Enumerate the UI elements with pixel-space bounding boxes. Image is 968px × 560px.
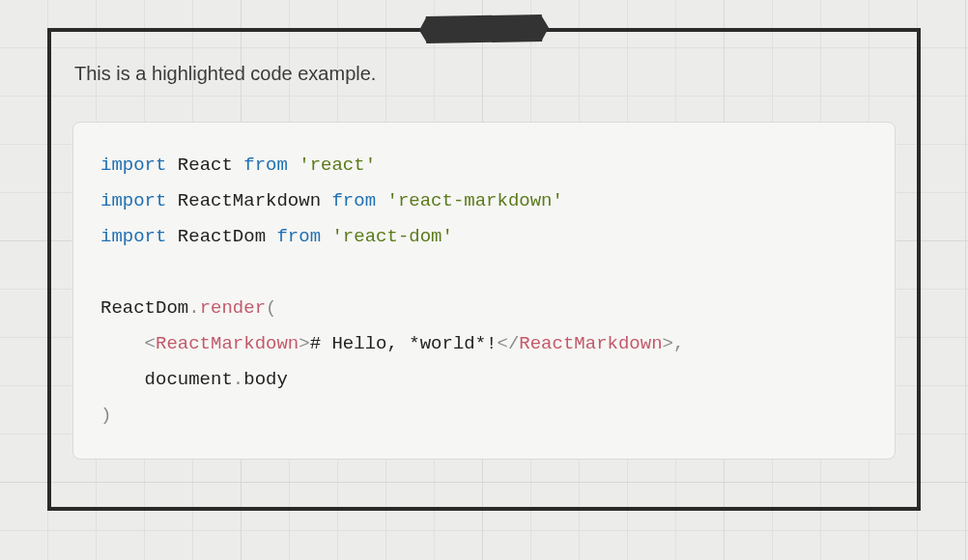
string-literal: 'react-dom' xyxy=(331,226,452,247)
intro-text: This is a highlighted code example. xyxy=(74,63,896,85)
keyword-from: from xyxy=(331,190,376,211)
identifier: React xyxy=(178,154,233,176)
string-literal: 'react' xyxy=(299,154,376,176)
keyword-from: from xyxy=(243,154,288,176)
identifier: body xyxy=(243,369,288,390)
example-card: This is a highlighted code example. impo… xyxy=(47,28,921,511)
code-line-5: ReactDom.render( xyxy=(100,297,276,319)
tape-decoration xyxy=(426,14,542,43)
punct-paren-close: ) xyxy=(100,405,111,426)
identifier: ReactDom xyxy=(178,226,266,247)
jsx-tag: ReactMarkdown xyxy=(156,333,299,354)
jsx-text: # Hello, *world*! xyxy=(310,333,498,354)
identifier: ReactDom xyxy=(100,297,188,319)
identifier: document xyxy=(145,369,233,390)
punct-dot: . xyxy=(233,369,243,390)
code-line-8: ) xyxy=(100,405,111,426)
keyword-import: import xyxy=(100,190,166,211)
jsx-close-bracket: > xyxy=(663,333,673,354)
identifier: ReactMarkdown xyxy=(178,190,321,211)
punct-paren-open: ( xyxy=(266,297,276,319)
jsx-open-bracket: < xyxy=(145,333,156,354)
keyword-from: from xyxy=(276,226,321,247)
jsx-open-bracket: </ xyxy=(498,333,520,354)
punct-dot: . xyxy=(188,297,199,319)
keyword-import: import xyxy=(100,154,166,176)
punct-comma: , xyxy=(673,333,684,354)
code-block: import React from 'react' import ReactMa… xyxy=(72,122,896,460)
code-line-2: import ReactMarkdown from 'react-markdow… xyxy=(100,190,563,211)
code-line-7: document.body xyxy=(100,369,288,390)
code-line-1: import React from 'react' xyxy=(100,154,376,176)
keyword-import: import xyxy=(100,226,166,247)
jsx-tag: ReactMarkdown xyxy=(519,333,662,354)
string-literal: 'react-markdown' xyxy=(386,190,562,211)
jsx-close-bracket: > xyxy=(299,333,309,354)
code-line-3: import ReactDom from 'react-dom' xyxy=(100,226,453,247)
code-line-6: <ReactMarkdown># Hello, *world*!</ReactM… xyxy=(100,333,684,354)
method-name: render xyxy=(200,297,266,319)
